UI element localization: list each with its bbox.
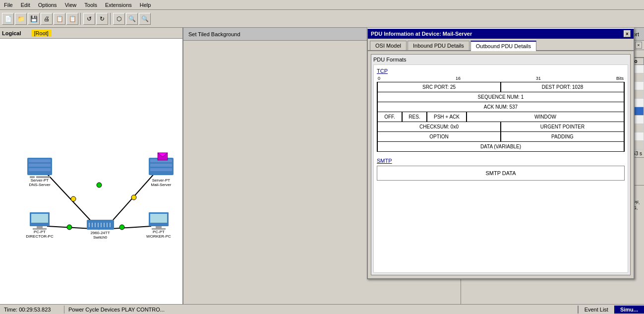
menu-edit[interactable]: Edit [17,1,34,9]
svg-rect-19 [150,164,172,167]
smtp-label[interactable]: SMTP [377,158,625,164]
svg-text:2960-24TT: 2960-24TT [90,231,110,235]
toolbar: 📄 📁 💾 🖨 📋 📋 ↺ ↻ ⬡ 🔍 🔍 [0,10,644,28]
logical-label: Logical [2,30,21,36]
main-area: Logical [Root] [0,28,644,304]
tab-osi-model[interactable]: OSI Model [370,41,407,50]
pdu-dialog: PDU Information at Device: Mail-Server ×… [367,28,635,279]
toolbar-redo[interactable]: ↻ [96,13,108,25]
dest-port: DEST PORT: 1028 [501,82,624,92]
svg-rect-26 [31,214,48,223]
sim-close-icon[interactable]: × [635,42,642,49]
src-port: SRC PORT: 25 [377,82,501,92]
menubar: File Edit Options View Tools Extensions … [0,0,644,10]
right-panel: Set Tiled Background Viewport PDU Inform… [183,28,644,304]
toolbar-new[interactable]: 📄 [2,13,14,25]
bit-0: 0 [378,76,380,81]
smtp-data-box: SMTP DATA [377,166,625,181]
toolbar-sep1 [80,13,81,25]
statusbar-right: Event List Simu... [578,306,644,314]
svg-text:DIRECTOR-PC: DIRECTOR-PC [26,234,54,239]
menu-view[interactable]: View [61,1,81,9]
svg-point-5 [131,195,136,200]
statusbar-power: Power Cycle Devices PLAY CONTRO... [64,306,578,314]
svg-text:WORKER-PC: WORKER-PC [146,234,171,239]
bit-16: 16 [456,76,461,81]
svg-text:Mail-Server: Mail-Server [151,183,172,187]
toolbar-save[interactable]: 💾 [28,13,40,25]
menu-help[interactable]: Help [136,1,155,9]
toolbar-undo[interactable]: ↺ [83,13,95,25]
statusbar-time: Time: 00:29:53.823 [0,306,64,314]
pdu-titlebar: PDU Information at Device: Mail-Server × [368,29,634,39]
pdu-title: PDU Information at Device: Mail-Server [371,31,472,37]
urgent-pointer-field: URGENT POINTER [501,122,624,131]
toolbar-print[interactable]: 🖨 [41,13,53,25]
ack-num: ACK NUM: 537 [377,102,624,112]
menu-extensions[interactable]: Extensions [101,1,136,9]
svg-point-6 [67,225,72,230]
seq-num: SEQUENCE NUM: 1 [377,92,624,102]
padding-field: PADDING [501,132,624,141]
psh-ack-field: PSH + ACK [427,112,467,122]
svg-rect-20 [150,168,172,171]
tcp-diagram: 0 16 31 Bits SRC PORT: 25 DEST PORT: 102… [377,76,625,152]
svg-rect-44 [156,226,162,228]
svg-point-7 [119,225,124,230]
pdu-formats-label: PDU Formats [373,57,628,63]
data-variable-field: DATA (VARIABLE) [377,142,624,151]
left-panel-header: Logical [Root] [0,28,182,39]
svg-line-3 [112,226,151,229]
menu-tools[interactable]: Tools [80,1,101,9]
statusbar-eventlist[interactable]: Event List [578,306,614,314]
bits-label: Bits [616,76,624,81]
svg-rect-10 [29,159,51,162]
svg-rect-27 [37,226,43,228]
smtp-section: SMTP SMTP DATA [377,158,625,181]
statusbar-simu[interactable]: Simu... [614,306,644,314]
toolbar-zoom-in[interactable]: 🔍 [126,13,138,25]
toolbar-shape[interactable]: ⬡ [113,13,125,25]
bit-31: 31 [536,76,541,81]
menu-options[interactable]: Options [34,1,61,9]
svg-text:PC-PT: PC-PT [34,230,46,234]
tab-outbound-pdu[interactable]: Outbound PDU Details [470,41,536,51]
menu-file[interactable]: File [0,1,17,9]
svg-text:Server-PT: Server-PT [31,178,49,183]
root-label: [Root] [31,30,52,37]
toolbar-open[interactable]: 📁 [15,13,27,25]
topology-area[interactable]: Server-PT DNS-Server Server-PT Mail-Serv… [0,39,182,304]
svg-rect-43 [150,214,167,223]
svg-rect-11 [29,164,51,167]
checksum-field: CHECKSUM: 0x0 [377,122,501,131]
svg-text:Server-PT: Server-PT [152,178,171,183]
tcp-label[interactable]: TCP [377,68,625,74]
toolbar-copy[interactable]: 📋 [54,13,65,25]
pdu-tabs: OSI Model Inbound PDU Details Outbound P… [368,39,634,51]
svg-text:PC-PT: PC-PT [153,230,165,234]
svg-text:Switch0: Switch0 [93,235,108,240]
set-tiled-bg: Set Tiled Background [184,30,244,38]
pdu-close-btn[interactable]: × [624,30,631,37]
toolbar-sep2 [110,13,111,25]
res-field: RES. [402,112,427,122]
svg-point-4 [71,196,76,201]
toolbar-zoom-out[interactable]: 🔍 [139,13,151,25]
left-panel: Logical [Root] [0,28,183,304]
svg-point-8 [97,183,102,188]
tab-inbound-pdu[interactable]: Inbound PDU Details [408,41,469,50]
toolbar-paste[interactable]: 📋 [66,13,78,25]
off-field: OFF. [377,112,402,122]
option-field: OPTION [377,132,501,141]
svg-rect-12 [29,168,51,171]
statusbar: Time: 00:29:53.823 Power Cycle Devices P… [0,304,644,314]
smtp-data-label: SMTP DATA [485,170,516,176]
svg-text:DNS-Server: DNS-Server [29,183,50,187]
window-field: WINDOW [467,112,624,122]
